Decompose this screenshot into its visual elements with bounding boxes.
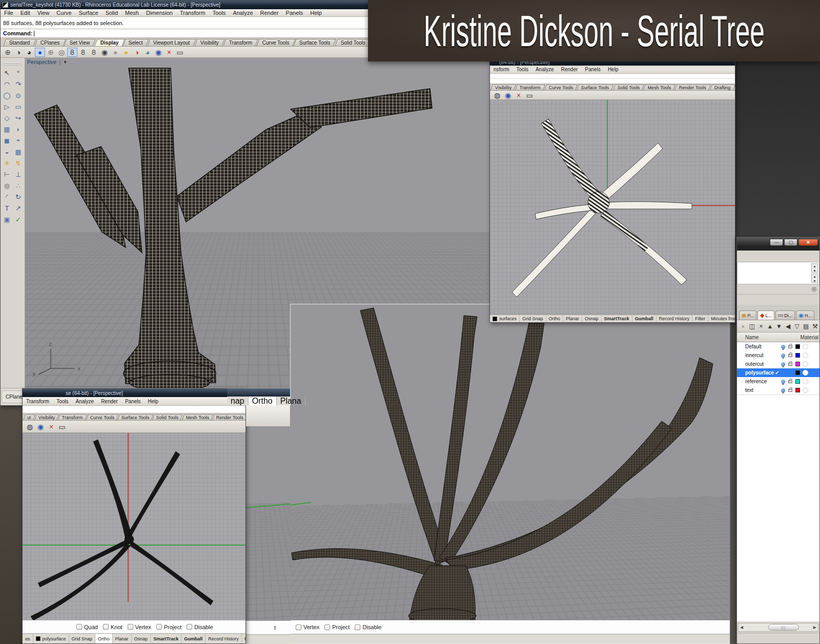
status-cell[interactable]: SmartTrack [151,634,181,643]
status-cell[interactable]: SmartTrack [602,315,632,322]
display-mode-icon[interactable]: ● [110,48,120,57]
layer-lock-icon[interactable] [788,363,792,366]
tool-icon[interactable]: ◯ [2,90,13,101]
tool-icon[interactable]: ∴ [13,180,24,191]
display-mode-icon[interactable]: 8 [67,48,77,57]
status-cell[interactable]: Plana [277,397,305,405]
material-column-header[interactable]: Material [800,335,819,340]
osnap-checkbox[interactable] [76,624,82,630]
menu-item[interactable]: Tools [53,399,72,404]
toolbar-tab[interactable]: Select [123,39,149,46]
layer-row[interactable]: outercut [737,360,819,368]
close-button[interactable]: ✕ [798,239,818,246]
layer-row[interactable]: text [737,386,819,394]
scrollbar-thumb[interactable]: ||| [768,624,799,631]
menu-item[interactable]: Analyze [72,399,98,404]
layer-color-swatch[interactable] [795,353,800,358]
tool-icon[interactable]: ◓ [13,135,24,146]
tool-icon[interactable]: ◼ [2,135,13,146]
maximize-button[interactable]: ▢ [784,239,797,246]
layer-toolbar-icon[interactable]: ◫ [748,322,756,331]
menu-item[interactable]: nsform [490,67,513,72]
panel-tab[interactable]: ◉H... [796,310,814,320]
toolbar-tab[interactable]: Curve Tools [256,39,295,46]
tool-icon[interactable]: ⊙ [13,90,24,101]
display-mode-icon[interactable]: ⊕ [3,48,13,57]
display-mode-icon[interactable]: ● [35,48,45,57]
toolbar-tab[interactable]: Set View [64,39,96,46]
tool-icon[interactable]: ◠ [2,78,13,90]
menu-item[interactable]: Curve [53,10,75,16]
osnap-checkbox[interactable] [156,624,162,630]
tool-icon[interactable]: ⊥ [13,169,24,180]
toolbar-tab[interactable]: Transform [223,39,258,46]
toolbar-tab[interactable]: Solid Tools [152,414,182,420]
status-cell[interactable]: surfaces [490,315,520,322]
tool-icon[interactable]: ▭ [13,101,24,112]
display-mode-icon[interactable]: ◑ [13,48,24,57]
tool-icon[interactable]: ▷ [2,101,13,112]
toolbar-tab[interactable]: Display [94,39,125,46]
toolbar-tab[interactable]: Visibility [490,85,516,90]
wire-top-viewport[interactable] [23,433,245,620]
layer-lock-icon[interactable] [788,389,792,392]
wire-tree-top-view[interactable] [23,433,245,620]
status-cell[interactable]: Record History [206,634,242,643]
horizontal-scrollbar[interactable]: ◀ ||| ▶ [738,623,818,632]
tool-icon[interactable]: ✓ [13,214,24,225]
layer-visibility-bulb-icon[interactable] [781,362,785,366]
mesh-perspective-viewport[interactable] [291,305,730,620]
tool-icon[interactable]: ▣ [2,214,13,225]
menu-item[interactable]: Analyze [229,10,256,16]
layer-toolbar-icon[interactable]: ◀ [784,322,792,331]
status-cell[interactable]: Planar [113,634,132,643]
window-title-bar[interactable]: se (64-bit) - [Perspective] [23,389,245,397]
menu-item[interactable]: Help [604,67,622,72]
display-mode-icon[interactable]: 8 [89,48,99,57]
toolbar-tab[interactable]: Render Tools [212,414,245,420]
top-view-viewport[interactable] [490,100,735,315]
tool-icon[interactable]: ▩ [13,146,24,157]
menu-item[interactable]: Help [145,399,162,404]
display-mode-icon[interactable]: ◎ [56,48,67,57]
tool-icon[interactable]: ✳ [2,157,13,169]
layer-visibility-bulb-icon[interactable] [781,354,785,358]
menu-item[interactable]: Help [306,10,325,16]
status-cell[interactable]: Filter [242,634,245,643]
layer-material-circle[interactable] [803,370,808,376]
layer-material-circle[interactable] [803,379,808,384]
toolbar-icon[interactable]: ◉ [35,422,46,431]
menu-item[interactable]: Render [558,67,582,72]
layer-toolbar-icon[interactable]: ⚒ [811,322,819,331]
toolbar-tab[interactable]: Curve Tools [86,414,118,420]
layer-toolbar-icon[interactable]: ▽ [793,322,801,331]
toolbar-tab[interactable]: Surface Tools [294,39,337,46]
menu-item[interactable]: Panels [121,399,145,404]
toolbar-icon[interactable]: ◉ [503,91,513,100]
toolbar-tab[interactable]: Drafting [710,85,735,90]
toolbar-icon[interactable]: × [46,422,56,431]
status-cell[interactable]: Ortho [95,634,113,643]
layer-toolbar-icon[interactable]: ▫ [739,322,747,331]
menu-item[interactable]: Analyze [532,67,558,72]
tool-icon[interactable]: ↯ [13,157,24,169]
menu-item[interactable]: Tools [513,67,532,72]
layer-toolbar-icon[interactable]: ▼ [775,322,783,331]
display-mode-icon[interactable]: ◕ [24,48,34,57]
tool-icon[interactable]: ▦ [2,123,13,135]
toolbar-icon[interactable]: ◍ [492,91,502,100]
display-mode-icon[interactable]: ◕ [142,48,153,57]
status-cell[interactable]: es [23,634,33,643]
layer-material-circle[interactable] [803,352,808,358]
tool-icon[interactable]: ↖ [2,67,13,78]
toolbar-icon[interactable]: ▭ [57,422,67,431]
toolbar-tab[interactable]: CPlanes [34,39,66,46]
layer-row[interactable]: polysurface ✓ [737,368,819,377]
spinner-icon[interactable]: ▲▼ [811,274,818,283]
mesh-tree-model[interactable] [291,305,730,620]
menu-item[interactable]: Transform [23,399,53,404]
status-cell[interactable]: Grid Snap [520,315,546,322]
chevron-down-icon[interactable]: ▼ [63,60,67,65]
menu-item[interactable]: Surface [75,10,102,16]
display-mode-icon[interactable]: ● [121,48,131,57]
